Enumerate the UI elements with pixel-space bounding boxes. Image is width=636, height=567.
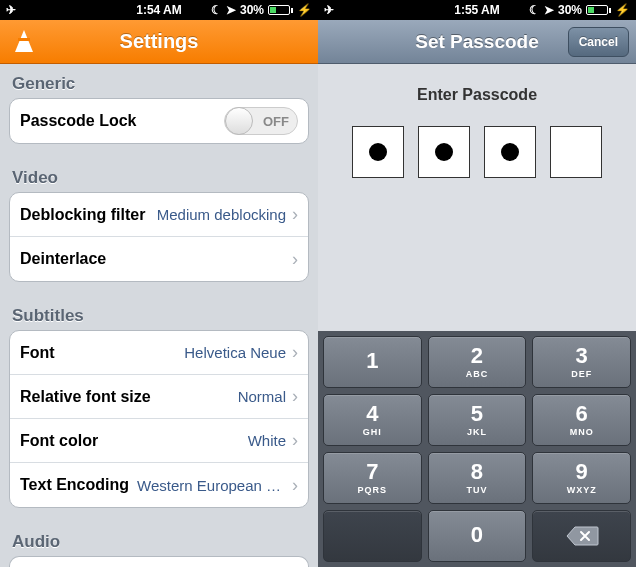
- key-8[interactable]: 8TUV: [428, 452, 527, 504]
- section-video-header: Video: [0, 158, 318, 192]
- deblocking-row[interactable]: Deblocking filter Medium deblocking ›: [10, 193, 308, 237]
- key-blank: [323, 510, 422, 562]
- deblocking-value: Medium deblocking: [157, 206, 286, 223]
- moon-icon: ☾: [211, 3, 222, 17]
- passcode-dots: [318, 126, 636, 178]
- text-encoding-row[interactable]: Text Encoding Western European (Win… ›: [10, 463, 308, 507]
- section-video: Deblocking filter Medium deblocking › De…: [9, 192, 309, 282]
- battery-pct: 30%: [558, 3, 582, 17]
- vlc-cone-icon[interactable]: [8, 26, 40, 58]
- key-4[interactable]: 4GHI: [323, 394, 422, 446]
- section-generic-header: Generic: [0, 64, 318, 98]
- passcode-lock-label: Passcode Lock: [20, 112, 137, 130]
- battery-icon: [268, 5, 293, 15]
- airplane-icon: ✈: [6, 3, 16, 17]
- nav-bar: Set Passcode Cancel: [318, 20, 636, 64]
- font-color-label: Font color: [20, 432, 98, 450]
- section-audio-header: Audio: [0, 522, 318, 556]
- passcode-lock-row: Passcode Lock OFF: [10, 99, 308, 143]
- location-icon: ➤: [226, 3, 236, 17]
- settings-screen: ✈ 1:54 AM ☾ ➤ 30% ⚡ Settings Generic Pas…: [0, 0, 318, 567]
- status-bar: ✈ 1:55 AM ☾ ➤ 30% ⚡: [318, 0, 636, 20]
- section-subtitles-header: Subtitles: [0, 296, 318, 330]
- key-2[interactable]: 2ABC: [428, 336, 527, 388]
- battery-icon: [586, 5, 611, 15]
- toggle-knob: [225, 107, 253, 135]
- status-bar: ✈ 1:54 AM ☾ ➤ 30% ⚡: [0, 0, 318, 20]
- chevron-right-icon: ›: [292, 249, 298, 270]
- moon-icon: ☾: [529, 3, 540, 17]
- toggle-state: OFF: [263, 114, 289, 129]
- chevron-right-icon: ›: [292, 430, 298, 451]
- font-row[interactable]: Font Helvetica Neue ›: [10, 331, 308, 375]
- nav-title: Set Passcode: [415, 31, 539, 53]
- deinterlace-label: Deinterlace: [20, 250, 106, 268]
- key-5[interactable]: 5JKL: [428, 394, 527, 446]
- key-0[interactable]: 0: [428, 510, 527, 562]
- key-9[interactable]: 9WXYZ: [532, 452, 631, 504]
- font-value: Helvetica Neue: [184, 344, 286, 361]
- section-audio: [9, 556, 309, 567]
- font-size-value: Normal: [238, 388, 286, 405]
- chevron-right-icon: ›: [292, 475, 298, 496]
- chevron-right-icon: ›: [292, 204, 298, 225]
- numeric-keypad: 1 2ABC 3DEF 4GHI 5JKL 6MNO 7PQRS 8TUV 9W…: [318, 331, 636, 567]
- font-color-value: White: [248, 432, 286, 449]
- settings-content[interactable]: Generic Passcode Lock OFF Video Deblocki…: [0, 64, 318, 567]
- passcode-digit-1: [352, 126, 404, 178]
- key-1[interactable]: 1: [323, 336, 422, 388]
- section-generic: Passcode Lock OFF: [9, 98, 309, 144]
- chevron-right-icon: ›: [292, 386, 298, 407]
- deblocking-label: Deblocking filter: [20, 206, 145, 224]
- text-encoding-label: Text Encoding: [20, 476, 129, 494]
- font-color-row[interactable]: Font color White ›: [10, 419, 308, 463]
- status-time: 1:55 AM: [454, 3, 500, 17]
- font-size-label: Relative font size: [20, 388, 151, 406]
- airplane-icon: ✈: [324, 3, 334, 17]
- cancel-button[interactable]: Cancel: [568, 27, 629, 57]
- passcode-lock-toggle[interactable]: OFF: [224, 107, 298, 135]
- charging-icon: ⚡: [297, 3, 312, 17]
- charging-icon: ⚡: [615, 3, 630, 17]
- nav-title: Settings: [120, 30, 199, 53]
- passcode-screen: ✈ 1:55 AM ☾ ➤ 30% ⚡ Set Passcode Cancel …: [318, 0, 636, 567]
- backspace-icon: [565, 525, 599, 547]
- section-subtitles: Font Helvetica Neue › Relative font size…: [9, 330, 309, 508]
- key-7[interactable]: 7PQRS: [323, 452, 422, 504]
- passcode-digit-4: [550, 126, 602, 178]
- font-size-row[interactable]: Relative font size Normal ›: [10, 375, 308, 419]
- font-label: Font: [20, 344, 55, 362]
- nav-bar: Settings: [0, 20, 318, 64]
- deinterlace-row[interactable]: Deinterlace ›: [10, 237, 308, 281]
- text-encoding-value: Western European (Win…: [137, 477, 286, 494]
- key-3[interactable]: 3DEF: [532, 336, 631, 388]
- location-icon: ➤: [544, 3, 554, 17]
- passcode-digit-3: [484, 126, 536, 178]
- passcode-prompt: Enter Passcode: [318, 86, 636, 104]
- chevron-right-icon: ›: [292, 342, 298, 363]
- passcode-content: Enter Passcode 1 2ABC 3DEF 4GHI 5JKL 6MN…: [318, 64, 636, 567]
- status-time: 1:54 AM: [136, 3, 182, 17]
- battery-pct: 30%: [240, 3, 264, 17]
- key-6[interactable]: 6MNO: [532, 394, 631, 446]
- passcode-digit-2: [418, 126, 470, 178]
- backspace-key[interactable]: [532, 510, 631, 562]
